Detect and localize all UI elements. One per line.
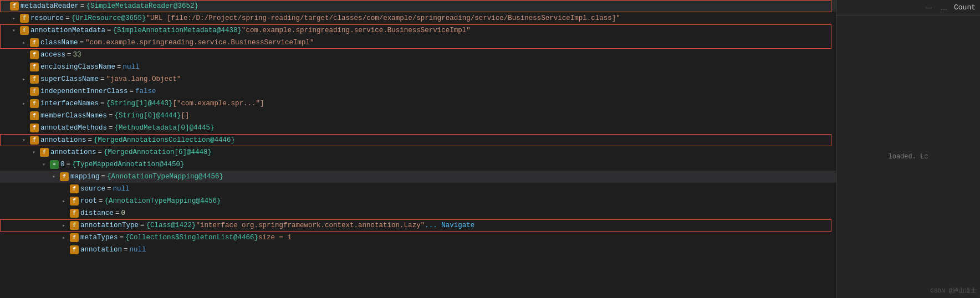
tree-row[interactable]: froot = {AnnotationTypeMapping@4456} xyxy=(0,195,836,207)
ref-value: {String[1]@4443} xyxy=(106,100,173,107)
field-value: null xyxy=(123,63,140,71)
tree-row[interactable]: finterfaceNames = {String[1]@4443} ["com… xyxy=(0,97,836,110)
tree-arrow[interactable] xyxy=(52,173,60,180)
field-value: 33 xyxy=(73,51,81,59)
tree-row[interactable]: fannotationMetadata = {SimpleAnnotationM… xyxy=(0,24,836,37)
field-icon: f xyxy=(30,63,39,71)
field-name: distance xyxy=(80,209,114,217)
right-panel-body: loaded. Lc xyxy=(836,16,980,298)
tree-row[interactable]: fresource = {UrlResource@3655} "URL [fil… xyxy=(0,12,836,24)
tree-arrow[interactable] xyxy=(22,137,30,143)
tree-arrow[interactable] xyxy=(32,149,40,156)
field-icon: f xyxy=(70,209,79,218)
ref-value: {SimpleMetadataReader@3652} xyxy=(86,2,199,10)
tree-row[interactable]: fannotations = {MergedAnnotation[6]@4448… xyxy=(0,146,836,158)
tree-row[interactable]: fsource = null xyxy=(0,183,836,195)
equals-sign: = xyxy=(115,209,120,217)
field-icon: f xyxy=(70,197,79,205)
field-name: annotation xyxy=(80,246,122,254)
tree-row[interactable]: fdistance = 0 xyxy=(0,207,836,219)
tree-row[interactable]: fmetadataReader = {SimpleMetadataReader@… xyxy=(0,0,836,12)
field-icon: f xyxy=(40,148,49,157)
tree-row[interactable]: fannotatedMethods = {MethodMetadata[0]@4… xyxy=(0,122,836,134)
navigate-link[interactable]: ... Navigate xyxy=(425,222,474,229)
tree-row[interactable]: fannotationType = {Class@1422} "interfac… xyxy=(0,219,836,232)
equals-sign: = xyxy=(117,63,121,71)
field-name: independentInnerClass xyxy=(40,88,128,95)
field-name: className xyxy=(40,39,78,47)
tree-row[interactable]: fannotations = {MergedAnnotationsCollect… xyxy=(0,134,836,146)
field-name: superClassName xyxy=(40,75,99,83)
equals-sign: = xyxy=(98,148,103,156)
field-name: annotationType xyxy=(80,222,139,229)
panel-minimize-button[interactable]: — xyxy=(923,3,934,13)
field-name: annotationMetadata xyxy=(30,27,105,34)
count-label: Count xyxy=(954,3,976,12)
field-value: ["com.example.spr..."] xyxy=(173,100,264,107)
tree-row[interactable]: fsuperClassName = "java.lang.Object" xyxy=(0,73,836,85)
tree-row[interactable]: fclassName = "com.example.springreading.… xyxy=(0,37,836,49)
field-icon: f xyxy=(30,50,39,59)
field-name: resource xyxy=(30,14,64,22)
field-icon: f xyxy=(60,172,69,181)
ref-value: {TypeMappedAnnotation@4450} xyxy=(72,161,185,168)
field-value: null xyxy=(130,246,146,254)
equals-sign: = xyxy=(109,124,113,132)
field-name: annotations xyxy=(50,148,96,156)
equals-sign: = xyxy=(67,161,71,168)
tree-row[interactable]: findependentInnerClass = false xyxy=(0,85,836,97)
field-value: 0 xyxy=(121,209,126,217)
tree-arrow[interactable] xyxy=(22,39,30,46)
field-icon: f xyxy=(30,136,39,145)
right-panel-header: — … Count xyxy=(836,0,980,16)
field-icon: f xyxy=(20,26,29,35)
field-name: metaTypes xyxy=(80,234,118,242)
tree-arrow[interactable] xyxy=(62,222,70,229)
equals-sign: = xyxy=(109,112,113,120)
equals-sign: = xyxy=(130,88,134,95)
field-name: interfaceNames xyxy=(40,100,99,107)
tree-arrow[interactable] xyxy=(62,234,70,241)
loaded-text: loaded. Lc xyxy=(888,153,928,161)
tree-area[interactable]: fmetadataReader = {SimpleMetadataReader@… xyxy=(0,0,836,298)
tree-row[interactable]: fmemberClassNames = {String[0]@4444} [] xyxy=(0,110,836,122)
tree-row[interactable]: faccess = 33 xyxy=(0,49,836,61)
tree-arrow[interactable] xyxy=(12,27,20,34)
field-icon: f xyxy=(70,221,79,230)
field-icon: f xyxy=(30,124,39,132)
tree-arrow[interactable] xyxy=(12,15,20,22)
ref-value: {Class@1422} xyxy=(146,222,196,229)
panel-close-button[interactable]: … xyxy=(938,3,950,13)
tree-arrow[interactable] xyxy=(22,76,30,83)
field-value: "com.example.springreading.service.Busin… xyxy=(242,27,471,34)
field-value: "com.example.springreading.service.Busin… xyxy=(85,39,314,47)
tree-arrow[interactable] xyxy=(22,100,30,107)
tree-arrow[interactable] xyxy=(42,161,50,168)
field-name: metadataReader xyxy=(21,2,79,10)
equals-sign: = xyxy=(101,173,106,181)
field-name: memberClassNames xyxy=(40,112,107,120)
field-value: null xyxy=(113,185,130,193)
tree-row[interactable]: fannotation = null xyxy=(0,244,836,256)
equals-sign: = xyxy=(100,75,105,83)
tree-row[interactable]: fenclosingClassName = null xyxy=(0,61,836,73)
field-value: size = 1 xyxy=(258,234,292,242)
field-icon: f xyxy=(10,2,19,11)
ref-value: {MergedAnnotation[6]@4448} xyxy=(104,148,212,156)
field-name: source xyxy=(80,185,105,193)
equals-sign: = xyxy=(107,185,111,193)
ref-value: {SimpleAnnotationMetadata@4438} xyxy=(113,27,242,34)
field-icon: f xyxy=(30,38,39,47)
equals-sign: = xyxy=(100,100,105,107)
csdn-watermark: CSDN @泸山道士 xyxy=(930,286,977,295)
field-icon: f xyxy=(70,233,79,242)
tree-row[interactable]: ≡0 = {TypeMappedAnnotation@4450} xyxy=(0,158,836,171)
tree-arrow[interactable] xyxy=(62,198,70,204)
equals-sign: = xyxy=(140,222,145,229)
field-value: "interface org.springframework.context.a… xyxy=(196,222,425,229)
tree-row[interactable]: fmapping = {AnnotationTypeMapping@4456} xyxy=(0,171,836,183)
equals-sign: = xyxy=(80,39,84,47)
ref-value: {AnnotationTypeMapping@4456} xyxy=(105,197,221,205)
tree-row[interactable]: fmetaTypes = {Collections$SingletonList@… xyxy=(0,232,836,244)
field-icon: f xyxy=(20,14,29,23)
